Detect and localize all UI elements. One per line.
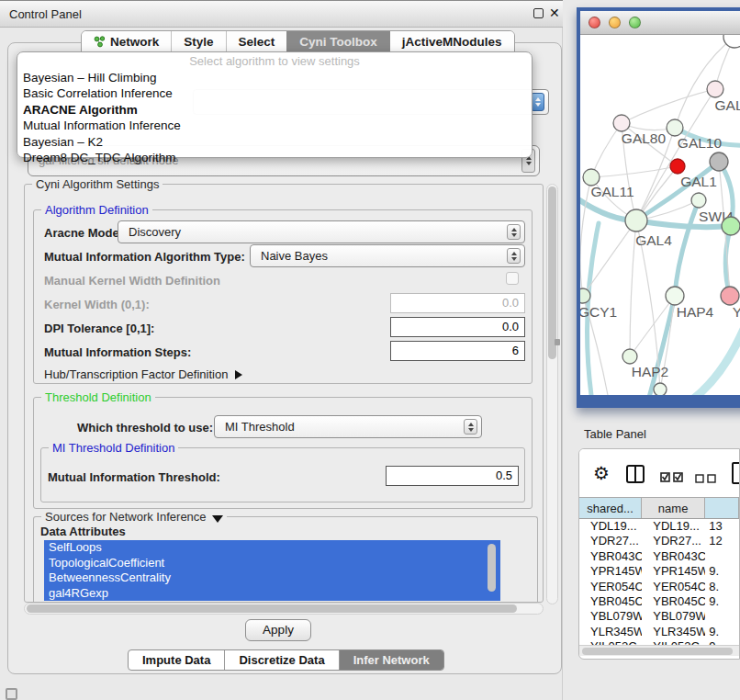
column-header[interactable]: shared... [579,498,642,518]
tab-network[interactable]: Network [82,31,171,52]
column-view-icon[interactable] [626,465,645,483]
table-panel-title: Table Panel [584,427,646,441]
table-row[interactable]: YDR27...YDR27...12 [579,534,739,548]
network-node-gal80[interactable] [613,115,630,131]
table-cell: YDR27... [642,534,705,548]
mi-threshold-label: Mutual Information Threshold: [48,470,220,484]
minimize-window-icon[interactable] [609,17,621,28]
mi-algorithm-type-label: Mutual Information Algorithm Type: [44,250,245,264]
kernel-width-field[interactable]: 0.0 [390,293,525,313]
table-row[interactable]: YPR145WYPR145W9. [579,564,739,579]
deselect-all-checkboxes-icon[interactable] [695,474,717,483]
algorithm-placeholder: Select algorithm to view settings [17,54,532,70]
data-attributes-list: SelfLoopsTopologicalCoefficientBetweenne… [44,540,500,601]
mi-steps-field[interactable]: 6 [390,341,525,361]
table-row[interactable]: YBL079WYBL079W [579,609,739,624]
table-cell [705,609,739,624]
select-all-checkboxes-icon[interactable] [660,472,684,482]
settings-horizontal-scrollbar[interactable] [24,603,544,615]
network-node-label: GAL11 [590,184,633,199]
network-node-gal10[interactable] [667,119,683,136]
table-header-row: shared...name [579,497,739,519]
column-header[interactable]: name [642,498,705,518]
network-node-gal1[interactable] [670,159,685,174]
network-view-window[interactable]: GALGAL80GAL10GAL1GAL11GAL4SWI4GCY1HAP4YH… [577,7,740,408]
table-row[interactable]: YER054CYER054C8. [579,580,739,594]
algorithm-list: Bayesian – Hill ClimbingBasic Correlatio… [17,70,532,165]
hub-section-label: Hub/Transcription Factor Definition [44,367,228,381]
bottom-tab-infer-network[interactable]: Infer Network [339,650,443,670]
attribute-list-scrollbar[interactable] [488,542,497,599]
algorithm-dropdown-popup: Select algorithm to view settings Bayesi… [17,51,533,158]
network-node-swi4[interactable] [691,193,706,208]
splitter-grip[interactable] [555,339,560,345]
network-node-gal4[interactable] [625,209,647,231]
network-node-gcy1[interactable] [580,288,590,303]
network-window-titlebar [580,11,740,35]
network-node[interactable] [723,35,740,48]
control-panel-title: Control Panel [9,7,82,21]
data-attribute-item[interactable]: BetweennessCentrality [44,570,500,586]
zoom-window-icon[interactable] [629,17,641,28]
gear-icon[interactable]: ⚙ [593,462,610,484]
network-node[interactable] [722,217,740,235]
document-icon[interactable] [732,462,740,484]
settings-group-title: Cyni Algorithm Settings [32,177,163,191]
algorithm-option[interactable]: Bayesian – K2 [17,134,532,150]
network-canvas[interactable]: GALGAL80GAL10GAL1GAL11GAL4SWI4GCY1HAP4YH… [580,35,740,395]
network-node-label: GAL1 [680,174,717,189]
network-graph: GALGAL80GAL10GAL1GAL11GAL4SWI4GCY1HAP4YH… [580,35,740,395]
close-window-icon[interactable] [589,17,600,28]
tab-jactivemnodules[interactable]: jActiveMNodules [389,31,514,52]
settings-vertical-scrollbar[interactable] [546,184,558,604]
network-icon [94,36,106,48]
network-node-y[interactable] [721,287,739,305]
mi-threshold-field[interactable]: 0.5 [386,466,519,486]
network-edge [725,226,731,296]
mi-algorithm-type-combobox[interactable]: Naive Bayes [250,244,525,267]
table-row[interactable]: YBR045CYBR045C9. [579,594,739,609]
network-node[interactable] [654,383,667,395]
which-threshold-combobox[interactable]: MI Threshold [214,415,482,438]
hub-section-toggle[interactable]: Hub/Transcription Factor Definition [44,367,242,381]
sources-group-title: Sources for Network Inference [45,510,207,524]
algorithm-option[interactable]: Basic Correlation Inference [17,85,532,101]
network-edge [591,123,622,177]
network-node-gal[interactable] [707,81,723,97]
table-row[interactable]: YLR345WYLR345W9. [579,625,739,639]
network-node-hap4[interactable] [666,287,684,305]
algorithm-option[interactable]: Mutual Information Inference [17,118,532,133]
table-body: YDL19...YDL19...13YDR27...YDR27...12YBR0… [579,519,739,645]
network-node-label: GAL [714,97,740,113]
table-row[interactable]: YBR043CYBR043C [579,549,739,564]
tab-cyni-toolbox[interactable]: Cyni Toolbox [286,31,389,52]
tab-select[interactable]: Select [226,31,287,52]
apply-button[interactable]: Apply [245,619,311,641]
collapsed-panel-icon[interactable] [6,688,17,700]
close-panel-icon[interactable]: ✕ [549,6,560,20]
data-attribute-item[interactable]: TopologicalCoefficient [44,556,500,571]
bottom-tab-impute-data[interactable]: Impute Data [129,650,224,670]
network-node-label: GCY1 [580,304,617,320]
table-cell: 12 [705,534,739,548]
algorithm-option[interactable]: ARACNE Algorithm [17,102,532,118]
float-panel-icon[interactable] [533,8,544,18]
bottom-tab-discretize-data[interactable]: Discretize Data [224,650,338,670]
sources-group-toggle[interactable]: Sources for Network Inference [41,510,227,524]
network-node[interactable] [710,152,728,171]
aracne-mode-combobox[interactable]: Discovery [118,220,525,243]
algorithm-definition-title: Algorithm Definition [41,203,152,217]
data-attribute-item[interactable]: SelfLoops [44,540,500,556]
dpi-tolerance-field[interactable]: 0.0 [390,317,525,337]
column-header[interactable] [705,498,739,518]
table-horizontal-scrollbar[interactable] [579,645,739,656]
data-attribute-item[interactable]: gal4RGexp [44,586,500,602]
aracne-mode-label: Aracne Mode: [44,226,123,240]
algorithm-option[interactable]: Bayesian – Hill Climbing [17,70,532,85]
algorithm-option[interactable]: Dream8 DC_TDC Algorithm [17,150,532,165]
manual-kernel-width-checkbox[interactable] [506,272,519,285]
network-node-hap2[interactable] [622,349,637,364]
table-row[interactable]: YDL19...YDL19...13 [579,519,739,534]
tab-style[interactable]: Style [171,31,225,52]
network-node-label: GAL10 [678,135,723,151]
